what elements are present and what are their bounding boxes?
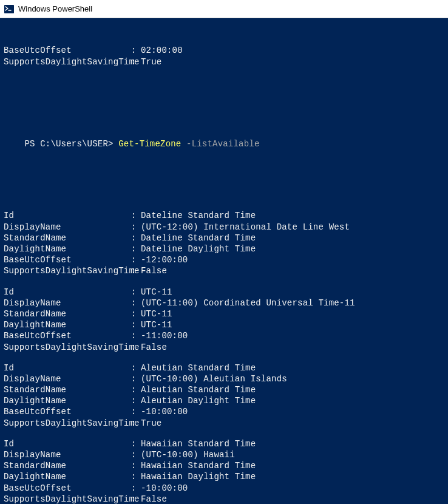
output-sep: :: [131, 406, 141, 417]
output-key: SupportsDaylightSavingTime: [4, 56, 131, 67]
output-key: StandardName: [4, 460, 131, 471]
output-key: StandardName: [4, 308, 131, 319]
powershell-icon: [4, 4, 15, 15]
output-key: DisplayName: [4, 449, 131, 460]
output-sep: :: [131, 233, 141, 243]
terminal-output[interactable]: BaseUtcOffset: 02:00:00SupportsDaylightS…: [0, 18, 448, 504]
output-value: True: [141, 56, 444, 67]
timezone-record: Id: Aleutian Standard TimeDisplayName: (…: [4, 363, 444, 429]
window-titlebar[interactable]: Windows PowerShell: [0, 0, 448, 18]
output-row: StandardName: Hawaiian Standard Time: [4, 460, 444, 471]
output-key: BaseUtcOffset: [4, 45, 131, 56]
output-value: -12:00:00: [141, 254, 444, 265]
timezone-record: Id: UTC-11DisplayName: (UTC-11:00) Coord…: [4, 287, 444, 353]
output-row: DisplayName: (UTC-10:00) Hawaii: [4, 449, 444, 460]
output-value: UTC-11: [141, 319, 444, 330]
output-value: Dateline Standard Time: [141, 233, 444, 243]
output-key: SupportsDaylightSavingTime: [4, 494, 131, 504]
output-value: (UTC-10:00) Aleutian Islands: [141, 373, 444, 384]
output-row: BaseUtcOffset: -10:00:00: [4, 406, 444, 417]
output-key: StandardName: [4, 384, 131, 395]
output-value: (UTC-10:00) Hawaii: [141, 449, 444, 460]
output-key: SupportsDaylightSavingTime: [4, 265, 131, 276]
output-value: Aleutian Daylight Time: [141, 395, 444, 406]
output-row: SupportsDaylightSavingTime: True: [4, 418, 444, 429]
output-key: SupportsDaylightSavingTime: [4, 342, 131, 353]
output-sep: :: [131, 56, 141, 67]
output-value: True: [141, 418, 444, 429]
output-records: Id: Dateline Standard TimeDisplayName: (…: [4, 210, 444, 504]
output-value: False: [141, 265, 444, 276]
output-row: DaylightName: UTC-11: [4, 319, 444, 330]
output-key: DaylightName: [4, 243, 131, 254]
output-value: False: [141, 494, 444, 504]
output-value: Dateline Daylight Time: [141, 243, 444, 254]
output-row: SupportsDaylightSavingTime: False: [4, 265, 444, 276]
output-key: DaylightName: [4, 319, 131, 330]
output-key: Id: [4, 287, 131, 298]
window-title: Windows PowerShell: [18, 4, 92, 13]
output-row: DaylightName: Hawaiian Daylight Time: [4, 471, 444, 482]
output-sep: :: [131, 483, 141, 494]
preamble-record: BaseUtcOffset: 02:00:00SupportsDaylightS…: [4, 45, 444, 67]
output-value: Aleutian Standard Time: [141, 363, 444, 373]
output-row: BaseUtcOffset: -11:00:00: [4, 330, 444, 341]
output-key: DisplayName: [4, 222, 131, 233]
svg-rect-0: [4, 5, 14, 13]
output-value: (UTC-12:00) International Date Line West: [141, 222, 444, 233]
output-sep: :: [131, 342, 141, 353]
output-sep: :: [131, 460, 141, 471]
output-key: SupportsDaylightSavingTime: [4, 418, 131, 429]
output-sep: :: [131, 319, 141, 330]
output-sep: :: [131, 418, 141, 429]
output-sep: :: [131, 222, 141, 233]
output-row: BaseUtcOffset: 02:00:00: [4, 45, 444, 56]
output-row: StandardName: Dateline Standard Time: [4, 233, 444, 243]
output-row: DisplayName: (UTC-10:00) Aleutian Island…: [4, 373, 444, 384]
output-value: -10:00:00: [141, 483, 444, 494]
output-sep: :: [131, 45, 141, 56]
output-row: DaylightName: Dateline Daylight Time: [4, 243, 444, 254]
output-key: BaseUtcOffset: [4, 483, 131, 494]
output-sep: :: [131, 287, 141, 298]
output-key: DisplayName: [4, 298, 131, 308]
output-row: BaseUtcOffset: -10:00:00: [4, 483, 444, 494]
output-sep: :: [131, 373, 141, 384]
output-value: Hawaiian Standard Time: [141, 460, 444, 471]
output-sep: :: [131, 243, 141, 254]
output-key: DisplayName: [4, 373, 131, 384]
output-row: Id: Hawaiian Standard Time: [4, 438, 444, 449]
output-key: DaylightName: [4, 395, 131, 406]
output-key: DaylightName: [4, 471, 131, 482]
output-row: Id: UTC-11: [4, 287, 444, 298]
output-row: SupportsDaylightSavingTime: True: [4, 56, 444, 67]
output-sep: :: [131, 330, 141, 341]
output-key: BaseUtcOffset: [4, 406, 131, 417]
output-value: Dateline Standard Time: [141, 210, 444, 221]
output-value: Hawaiian Daylight Time: [141, 471, 444, 482]
output-key: StandardName: [4, 233, 131, 243]
output-row: SupportsDaylightSavingTime: False: [4, 342, 444, 353]
output-value: False: [141, 342, 444, 353]
output-sep: :: [131, 395, 141, 406]
output-row: BaseUtcOffset: -12:00:00: [4, 254, 444, 265]
output-value: -10:00:00: [141, 406, 444, 417]
output-sep: :: [131, 449, 141, 460]
output-row: Id: Aleutian Standard Time: [4, 363, 444, 373]
output-value: Hawaiian Standard Time: [141, 438, 444, 449]
timezone-record: Id: Hawaiian Standard TimeDisplayName: (…: [4, 438, 444, 504]
output-value: UTC-11: [141, 308, 444, 319]
timezone-record: Id: Dateline Standard TimeDisplayName: (…: [4, 210, 444, 276]
output-value: Aleutian Standard Time: [141, 384, 444, 395]
command-parameter: -ListAvailable: [186, 139, 259, 149]
output-sep: :: [131, 265, 141, 276]
output-sep: :: [131, 384, 141, 395]
prompt-line: PS C:\Users\USER> Get-TimeZone -ListAvai…: [4, 127, 444, 160]
output-value: 02:00:00: [141, 45, 444, 56]
output-value: (UTC-11:00) Coordinated Universal Time-1…: [141, 298, 444, 308]
output-key: Id: [4, 210, 131, 221]
output-row: Id: Dateline Standard Time: [4, 210, 444, 221]
output-sep: :: [131, 254, 141, 265]
output-key: BaseUtcOffset: [4, 330, 131, 341]
output-value: UTC-11: [141, 287, 444, 298]
